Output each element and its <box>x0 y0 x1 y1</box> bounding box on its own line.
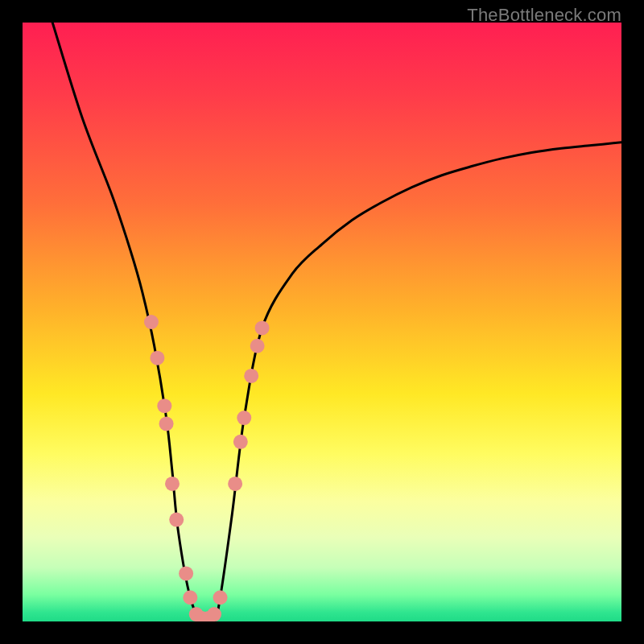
highlight-point <box>237 411 251 425</box>
highlight-point <box>169 513 184 527</box>
chart-frame: TheBottleneck.com <box>0 0 644 644</box>
highlight-point <box>165 477 180 491</box>
highlight-point <box>244 369 258 383</box>
highlight-point <box>150 351 164 365</box>
highlight-point <box>144 315 159 329</box>
curve-layer <box>23 23 621 621</box>
highlight-point <box>213 590 228 605</box>
watermark-text: TheBottleneck.com <box>467 5 621 26</box>
highlight-point <box>157 398 171 413</box>
highlight-point <box>228 477 242 491</box>
highlight-point <box>179 566 193 580</box>
highlight-point <box>159 416 174 431</box>
highlight-point <box>250 339 265 353</box>
highlight-point <box>207 607 221 621</box>
highlight-point <box>233 435 248 449</box>
plot-area <box>23 23 621 621</box>
bottleneck-curve <box>52 23 621 621</box>
highlight-point <box>255 320 270 335</box>
highlight-point <box>183 590 197 605</box>
highlight-points <box>144 315 270 621</box>
